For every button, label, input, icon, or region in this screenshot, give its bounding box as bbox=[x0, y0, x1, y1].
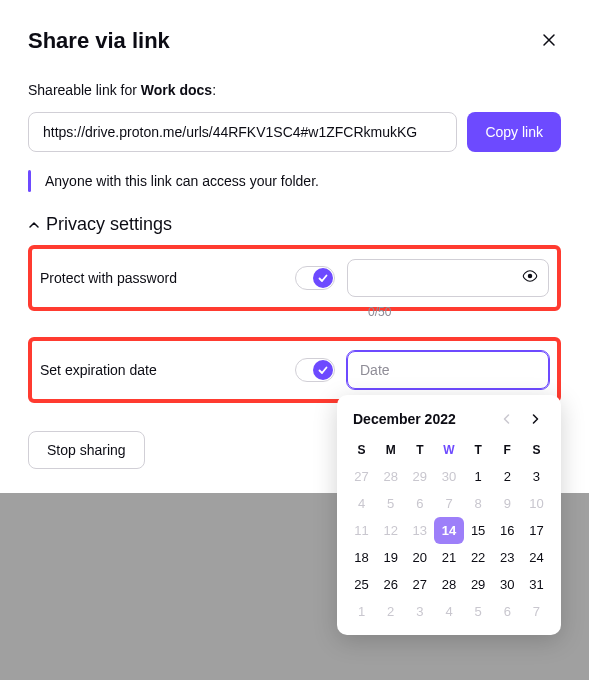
subheading: Shareable link for Work docs: bbox=[28, 82, 561, 98]
calendar-day[interactable]: 3 bbox=[522, 463, 551, 490]
calendar-day[interactable]: 4 bbox=[434, 598, 463, 625]
chevron-left-icon bbox=[502, 412, 512, 427]
calendar-weekday: S bbox=[347, 437, 376, 463]
check-icon bbox=[313, 360, 333, 380]
svg-point-0 bbox=[528, 274, 533, 279]
password-row-highlight: Protect with password bbox=[28, 245, 561, 311]
calendar-day[interactable]: 13 bbox=[405, 517, 434, 544]
close-button[interactable] bbox=[537, 29, 561, 53]
calendar-day[interactable]: 30 bbox=[434, 463, 463, 490]
calendar-day[interactable]: 18 bbox=[347, 544, 376, 571]
privacy-heading-label: Privacy settings bbox=[46, 214, 172, 235]
modal-title: Share via link bbox=[28, 28, 170, 54]
calendar-weekday: F bbox=[493, 437, 522, 463]
calendar-day[interactable]: 2 bbox=[376, 598, 405, 625]
calendar-day[interactable]: 1 bbox=[347, 598, 376, 625]
calendar-weekday: M bbox=[376, 437, 405, 463]
calendar-day[interactable]: 19 bbox=[376, 544, 405, 571]
calendar-day[interactable]: 11 bbox=[347, 517, 376, 544]
calendar-day[interactable]: 23 bbox=[493, 544, 522, 571]
calendar-day[interactable]: 17 bbox=[522, 517, 551, 544]
expiry-toggle[interactable] bbox=[295, 358, 335, 382]
calendar-weekday: S bbox=[522, 437, 551, 463]
calendar-day[interactable]: 26 bbox=[376, 571, 405, 598]
stop-sharing-button[interactable]: Stop sharing bbox=[28, 431, 145, 469]
subhead-item: Work docs bbox=[141, 82, 212, 98]
password-toggle[interactable] bbox=[295, 266, 335, 290]
calendar-day[interactable]: 5 bbox=[464, 598, 493, 625]
calendar-day[interactable]: 6 bbox=[493, 598, 522, 625]
calendar-day[interactable]: 15 bbox=[464, 517, 493, 544]
calendar-weekday: T bbox=[464, 437, 493, 463]
chevron-right-icon bbox=[530, 412, 540, 427]
close-icon bbox=[541, 32, 557, 51]
calendar-day[interactable]: 2 bbox=[493, 463, 522, 490]
calendar-day[interactable]: 22 bbox=[464, 544, 493, 571]
calendar-day[interactable]: 7 bbox=[434, 490, 463, 517]
subhead-prefix: Shareable link for bbox=[28, 82, 141, 98]
calendar-day[interactable]: 4 bbox=[347, 490, 376, 517]
calendar-days-grid: 2728293012345678910111213141516171819202… bbox=[347, 463, 551, 625]
calendar-day[interactable]: 20 bbox=[405, 544, 434, 571]
calendar-weekday: T bbox=[405, 437, 434, 463]
calendar-day[interactable]: 3 bbox=[405, 598, 434, 625]
calendar-weekday-row: SMTWTFS bbox=[347, 437, 551, 463]
subhead-suffix: : bbox=[212, 82, 216, 98]
calendar-day[interactable]: 21 bbox=[434, 544, 463, 571]
calendar-day[interactable]: 29 bbox=[464, 571, 493, 598]
chevron-up-icon bbox=[28, 219, 40, 231]
expiry-date-input[interactable] bbox=[347, 351, 549, 389]
calendar-day[interactable]: 14 bbox=[434, 517, 463, 544]
calendar-day[interactable]: 16 bbox=[493, 517, 522, 544]
privacy-settings-toggle[interactable]: Privacy settings bbox=[28, 214, 561, 235]
info-accent-bar bbox=[28, 170, 31, 192]
calendar-day[interactable]: 30 bbox=[493, 571, 522, 598]
calendar-day[interactable]: 12 bbox=[376, 517, 405, 544]
calendar-next-button[interactable] bbox=[525, 409, 545, 429]
calendar-prev-button[interactable] bbox=[497, 409, 517, 429]
password-counter: 0/50 bbox=[368, 305, 391, 319]
calendar-day[interactable]: 29 bbox=[405, 463, 434, 490]
calendar-day[interactable]: 25 bbox=[347, 571, 376, 598]
expiry-label: Set expiration date bbox=[40, 362, 295, 378]
calendar-day[interactable]: 5 bbox=[376, 490, 405, 517]
calendar-day[interactable]: 7 bbox=[522, 598, 551, 625]
share-link-input[interactable] bbox=[28, 112, 457, 152]
info-text: Anyone with this link can access your fo… bbox=[45, 173, 319, 189]
calendar-day[interactable]: 28 bbox=[376, 463, 405, 490]
eye-icon[interactable] bbox=[521, 267, 539, 289]
expiry-row-highlight: Set expiration date bbox=[28, 337, 561, 403]
calendar-day[interactable]: 6 bbox=[405, 490, 434, 517]
check-icon bbox=[313, 268, 333, 288]
calendar-day[interactable]: 27 bbox=[347, 463, 376, 490]
calendar-weekday: W bbox=[434, 437, 463, 463]
calendar-day[interactable]: 27 bbox=[405, 571, 434, 598]
password-label: Protect with password bbox=[40, 270, 295, 286]
calendar-day[interactable]: 24 bbox=[522, 544, 551, 571]
copy-link-button[interactable]: Copy link bbox=[467, 112, 561, 152]
password-input[interactable] bbox=[347, 259, 549, 297]
calendar-day[interactable]: 10 bbox=[522, 490, 551, 517]
calendar-month-label: December 2022 bbox=[353, 411, 456, 427]
calendar-day[interactable]: 8 bbox=[464, 490, 493, 517]
date-picker: December 2022 SMTWTFS 272829301234567891… bbox=[337, 395, 561, 635]
calendar-day[interactable]: 1 bbox=[464, 463, 493, 490]
calendar-day[interactable]: 28 bbox=[434, 571, 463, 598]
calendar-day[interactable]: 9 bbox=[493, 490, 522, 517]
info-banner: Anyone with this link can access your fo… bbox=[28, 170, 561, 192]
calendar-day[interactable]: 31 bbox=[522, 571, 551, 598]
